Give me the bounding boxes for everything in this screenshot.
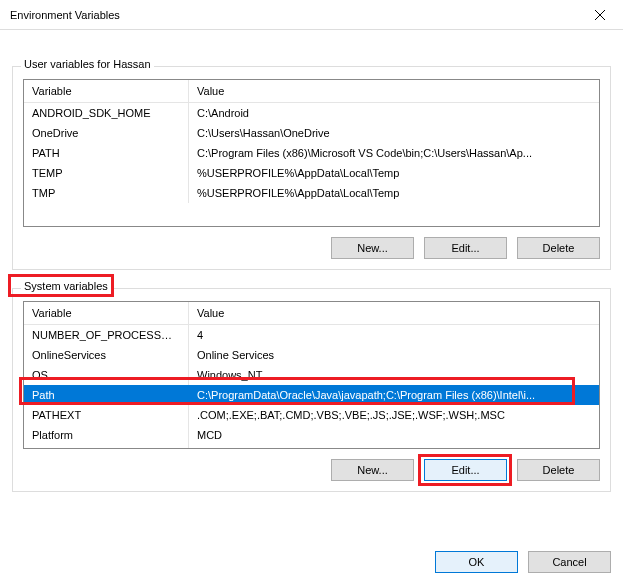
close-icon — [595, 10, 605, 20]
variable-cell: platformcode — [24, 445, 189, 449]
column-header-value[interactable]: Value — [189, 80, 599, 102]
variable-cell: NUMBER_OF_PROCESSORS — [24, 325, 189, 345]
variable-cell: PATH — [24, 143, 189, 163]
value-cell: C:\Android — [189, 103, 599, 123]
user-edit-button[interactable]: Edit... — [424, 237, 507, 259]
table-row[interactable]: OSWindows_NT — [24, 365, 599, 385]
system-variables-group: System variables Variable Value NUMBER_O… — [12, 288, 611, 492]
user-variables-table[interactable]: Variable Value ANDROID_SDK_HOMEC:\Androi… — [23, 79, 600, 227]
close-button[interactable] — [577, 0, 623, 30]
variable-cell: Path — [24, 385, 189, 405]
value-cell: Windows_NT — [189, 365, 599, 385]
system-table-header: Variable Value — [24, 302, 599, 325]
user-group-label: User variables for Hassan — [21, 58, 154, 70]
system-delete-button[interactable]: Delete — [517, 459, 600, 481]
variable-cell: OneDrive — [24, 123, 189, 143]
variable-cell: Platform — [24, 425, 189, 445]
ok-button[interactable]: OK — [435, 551, 518, 573]
title-bar: Environment Variables — [0, 0, 623, 30]
value-cell: 4 — [189, 325, 599, 345]
value-cell: MCD — [189, 425, 599, 445]
dialog-footer: OK Cancel — [435, 551, 611, 573]
value-cell: C:\Program Files (x86)\Microsoft VS Code… — [189, 143, 599, 163]
system-new-button[interactable]: New... — [331, 459, 414, 481]
table-row[interactable]: PathC:\ProgramData\Oracle\Java\javapath;… — [24, 385, 599, 405]
value-cell: C:\Users\Hassan\OneDrive — [189, 123, 599, 143]
system-edit-button[interactable]: Edit... — [424, 459, 507, 481]
table-row[interactable]: TEMP%USERPROFILE%\AppData\Local\Temp — [24, 163, 599, 183]
value-cell: %USERPROFILE%\AppData\Local\Temp — [189, 183, 599, 203]
user-new-button[interactable]: New... — [331, 237, 414, 259]
variable-cell: OS — [24, 365, 189, 385]
table-row[interactable]: TMP%USERPROFILE%\AppData\Local\Temp — [24, 183, 599, 203]
variable-cell: TEMP — [24, 163, 189, 183]
variable-cell: TMP — [24, 183, 189, 203]
user-delete-button[interactable]: Delete — [517, 237, 600, 259]
value-cell: %USERPROFILE%\AppData\Local\Temp — [189, 163, 599, 183]
column-header-variable[interactable]: Variable — [24, 302, 189, 324]
value-cell: KV — [189, 445, 599, 449]
system-group-label: System variables — [21, 280, 111, 292]
table-row[interactable]: OneDriveC:\Users\Hassan\OneDrive — [24, 123, 599, 143]
table-row[interactable]: platformcodeKV — [24, 445, 599, 449]
table-row[interactable]: ANDROID_SDK_HOMEC:\Android — [24, 103, 599, 123]
variable-cell: ANDROID_SDK_HOME — [24, 103, 189, 123]
user-variables-group: User variables for Hassan Variable Value… — [12, 66, 611, 270]
variable-cell: PATHEXT — [24, 405, 189, 425]
table-row[interactable]: PlatformMCD — [24, 425, 599, 445]
table-row[interactable]: NUMBER_OF_PROCESSORS4 — [24, 325, 599, 345]
column-header-value[interactable]: Value — [189, 302, 599, 324]
table-row[interactable]: OnlineServicesOnline Services — [24, 345, 599, 365]
table-row[interactable]: PATHEXT.COM;.EXE;.BAT;.CMD;.VBS;.VBE;.JS… — [24, 405, 599, 425]
user-table-header: Variable Value — [24, 80, 599, 103]
value-cell: Online Services — [189, 345, 599, 365]
table-row[interactable]: PATHC:\Program Files (x86)\Microsoft VS … — [24, 143, 599, 163]
cancel-button[interactable]: Cancel — [528, 551, 611, 573]
column-header-variable[interactable]: Variable — [24, 80, 189, 102]
value-cell: .COM;.EXE;.BAT;.CMD;.VBS;.VBE;.JS;.JSE;.… — [189, 405, 599, 425]
system-variables-table[interactable]: Variable Value NUMBER_OF_PROCESSORS4Onli… — [23, 301, 600, 449]
variable-cell: OnlineServices — [24, 345, 189, 365]
window-title: Environment Variables — [10, 9, 577, 21]
value-cell: C:\ProgramData\Oracle\Java\javapath;C:\P… — [189, 385, 599, 405]
